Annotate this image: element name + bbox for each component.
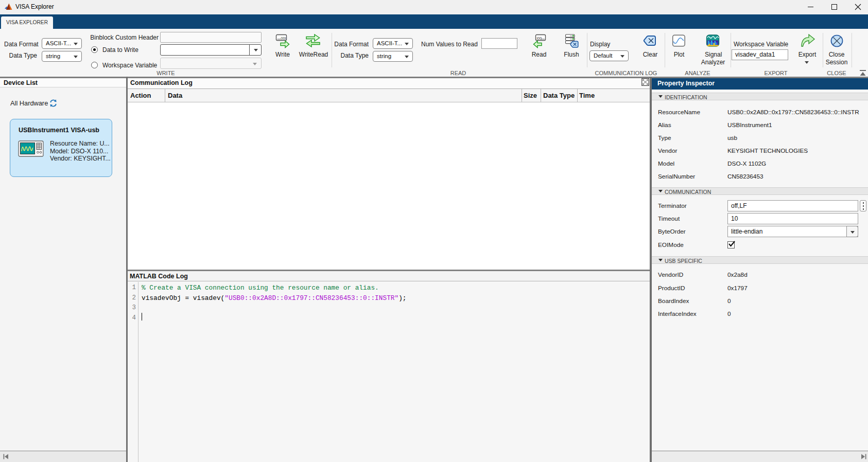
svg-text:I00: I00 [536,36,542,41]
svg-text:00I: 00I [281,36,286,41]
